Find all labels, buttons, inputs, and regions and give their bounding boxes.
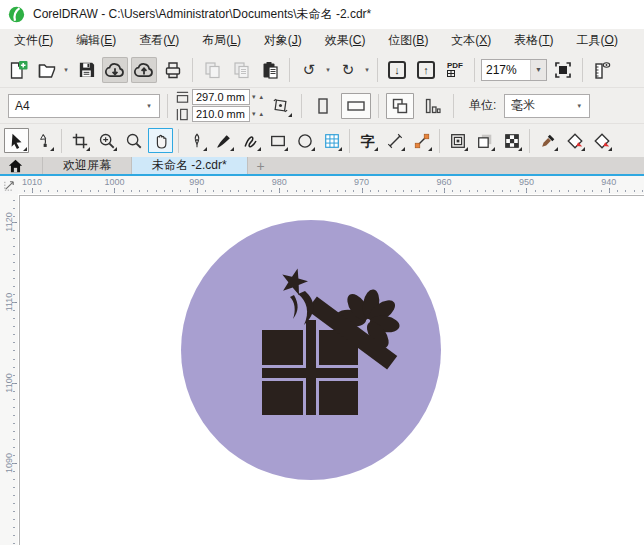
cloud-upload-icon — [133, 59, 155, 81]
print-button[interactable] — [160, 57, 186, 83]
all-pages-button[interactable] — [386, 93, 414, 119]
interactive-fill-tool[interactable] — [589, 128, 614, 153]
paste-button[interactable] — [257, 57, 283, 83]
connector-tool[interactable] — [409, 128, 434, 153]
export-button[interactable]: ↑ — [413, 57, 439, 83]
crop-tool[interactable] — [67, 128, 92, 153]
units-select[interactable]: 毫米 ▾ — [504, 94, 590, 118]
tab-welcome-label: 欢迎屏幕 — [63, 157, 111, 174]
page-width-icon — [175, 90, 190, 105]
connector-icon — [413, 132, 431, 150]
text-tool[interactable]: 字 — [355, 128, 380, 153]
page-height-icon — [175, 107, 190, 122]
save-to-cloud-button[interactable] — [131, 57, 157, 83]
graph-paper-tool[interactable] — [319, 128, 344, 153]
menu-item-7[interactable]: 位图(B) — [384, 30, 432, 51]
zoom-in-icon — [98, 132, 116, 150]
toolbox-separator — [529, 129, 530, 153]
cut-button — [199, 57, 225, 83]
page-size-select[interactable]: A4 ▾ — [8, 94, 160, 118]
propbar-separator — [378, 94, 379, 118]
pen-tool[interactable] — [184, 128, 209, 153]
menu-item-5[interactable]: 对象(J) — [260, 30, 306, 51]
toolbox-separator — [61, 129, 62, 153]
artistic-media-tool[interactable] — [211, 128, 236, 153]
open-from-cloud-button[interactable] — [102, 57, 128, 83]
ruler-origin-button[interactable] — [0, 176, 18, 194]
zoom-out-tool[interactable] — [121, 128, 146, 153]
hruler-label: 940 — [601, 177, 616, 187]
coreldraw-logo-icon — [8, 6, 25, 23]
menu-item-6[interactable]: 效果(C) — [321, 30, 370, 51]
page-width-spinner[interactable]: ▾ ▴ — [252, 93, 264, 101]
pick-tool[interactable] — [4, 128, 29, 153]
tab-document-label: 未命名 -2.cdr* — [152, 157, 227, 174]
show-rulers-button[interactable] — [589, 57, 615, 83]
pick-arrow-icon — [8, 132, 26, 150]
eyedropper-tool[interactable] — [535, 128, 560, 153]
vruler-label: 1100 — [4, 371, 14, 395]
propbar-separator — [453, 94, 454, 118]
welcome-home-button[interactable] — [0, 157, 30, 174]
save-button[interactable] — [73, 57, 99, 83]
units-value: 毫米 — [511, 97, 535, 114]
publish-to-pdf-button[interactable]: PDF — [442, 57, 468, 83]
rectangle-icon — [269, 132, 287, 150]
save-icon — [77, 60, 96, 79]
rectangle-tool[interactable] — [265, 128, 290, 153]
open-button[interactable] — [34, 57, 60, 83]
menu-item-10[interactable]: 工具(O) — [573, 30, 622, 51]
units-label: 单位: — [469, 97, 496, 114]
zoom-level-combo[interactable]: ▼ — [481, 59, 547, 81]
vertical-ruler[interactable]: 1120111011001090 — [0, 194, 18, 545]
toolbar-separator — [377, 58, 378, 82]
current-page-button[interactable] — [418, 93, 446, 119]
shape-tool[interactable] — [31, 128, 56, 153]
tab-document[interactable]: 未命名 -2.cdr* — [132, 157, 248, 174]
tab-welcome-screen[interactable]: 欢迎屏幕 — [42, 157, 132, 174]
menu-item-1[interactable]: 文件(F) — [10, 30, 57, 51]
menu-item-4[interactable]: 布局(L) — [198, 30, 245, 51]
contour-tool[interactable] — [445, 128, 470, 153]
portrait-button[interactable] — [309, 93, 337, 119]
export-icon: ↑ — [417, 61, 435, 79]
full-screen-icon — [553, 60, 573, 80]
transparency-tool[interactable] — [499, 128, 524, 153]
zoom-level-input[interactable] — [482, 60, 530, 80]
window-title: CorelDRAW - C:\Users\Administrator\Docum… — [33, 6, 371, 23]
menu-item-2[interactable]: 编辑(E) — [72, 30, 120, 51]
new-document-tab-button[interactable]: + — [248, 157, 274, 174]
contour-icon — [449, 132, 467, 150]
fill-diamond-icon-2 — [593, 132, 611, 150]
dimension-tool[interactable] — [382, 128, 407, 153]
pan-tool[interactable] — [148, 128, 173, 153]
ellipse-tool[interactable] — [292, 128, 317, 153]
zoom-tool[interactable] — [94, 128, 119, 153]
horizontal-ruler[interactable]: 10101000990980970960950940 — [18, 176, 644, 194]
drawing-canvas[interactable] — [18, 194, 644, 545]
new-document-button[interactable] — [5, 57, 31, 83]
undo-dropdown-caret[interactable]: ▾ — [324, 66, 332, 74]
page-height-input[interactable] — [192, 106, 250, 122]
menu-item-9[interactable]: 表格(T) — [510, 30, 557, 51]
redo-button[interactable]: ↻ — [335, 57, 361, 83]
full-screen-preview-button[interactable] — [550, 57, 576, 83]
print-icon — [163, 60, 183, 80]
redo-dropdown-caret[interactable]: ▾ — [363, 66, 371, 74]
page-height-spinner[interactable]: ▾ ▴ — [252, 110, 264, 118]
menu-item-8[interactable]: 文本(X) — [447, 30, 495, 51]
drop-shadow-tool[interactable] — [472, 128, 497, 153]
landscape-button[interactable] — [341, 93, 371, 119]
smart-fill-tool[interactable] — [562, 128, 587, 153]
nudge-offset-button[interactable] — [268, 93, 294, 119]
magnifier-icon — [125, 132, 143, 150]
toolbox-separator — [178, 129, 179, 153]
zoom-dropdown-button[interactable]: ▼ — [530, 60, 546, 80]
import-button[interactable]: ↓ — [384, 57, 410, 83]
open-dropdown-caret[interactable]: ▾ — [62, 66, 70, 74]
freehand-tool[interactable] — [238, 128, 263, 153]
page-width-input[interactable] — [192, 89, 250, 105]
menu-item-3[interactable]: 查看(V) — [135, 30, 183, 51]
gift-box-artwork[interactable] — [18, 194, 644, 545]
undo-button[interactable]: ↺ — [296, 57, 322, 83]
